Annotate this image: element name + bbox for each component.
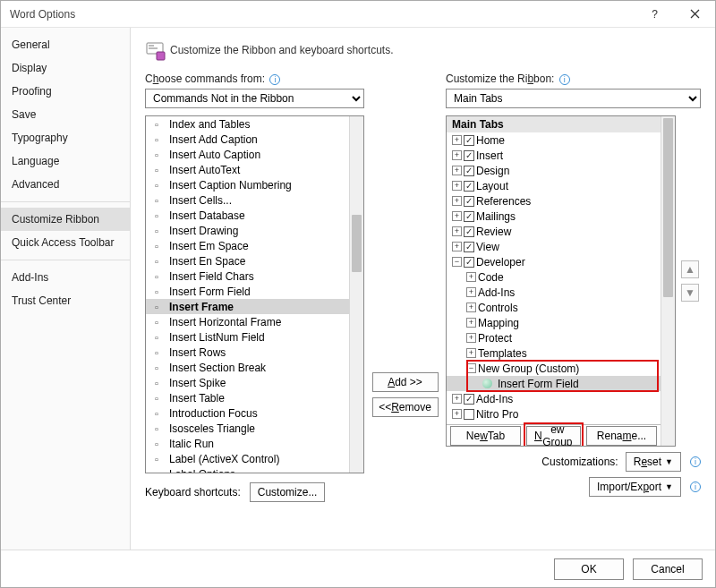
command-item[interactable]: ▫Insert ListNum Field	[146, 329, 349, 345]
info-icon[interactable]: i	[559, 74, 570, 85]
page-header: Customize the Ribbon and keyboard shortc…	[145, 40, 701, 60]
command-item[interactable]: ▫Label Options...	[146, 466, 349, 473]
tree-custom-item[interactable]: Insert Form Field	[447, 376, 661, 391]
info-icon[interactable]: i	[690, 456, 701, 467]
command-icon: ▫	[149, 270, 164, 283]
sidebar-item-add-ins[interactable]: Add-Ins	[1, 266, 130, 289]
command-icon: ▫	[149, 133, 164, 146]
tree-tab[interactable]: +✓Review	[447, 224, 661, 239]
content-pane: Customize the Ribbon and keyboard shortc…	[131, 28, 715, 550]
command-item[interactable]: ▫Italic Run	[146, 436, 349, 451]
command-icon: ▫	[149, 362, 164, 374]
sidebar-item-typography[interactable]: Typography	[1, 126, 130, 149]
sidebar-item-customize-ribbon[interactable]: Customize Ribbon	[1, 208, 130, 231]
tree-group[interactable]: +Mapping	[447, 315, 661, 330]
command-item[interactable]: ▫Insert AutoText	[146, 162, 349, 177]
tree-tab[interactable]: +Nitro Pro	[447, 406, 661, 422]
command-icon: ▫	[149, 149, 164, 161]
tree-group[interactable]: +Controls	[447, 300, 661, 315]
command-item[interactable]: ▫Index and Tables	[146, 116, 349, 132]
command-item[interactable]: ▫Introduction Focus	[146, 405, 349, 421]
sidebar-item-quick-access-toolbar[interactable]: Quick Access Toolbar	[1, 231, 130, 254]
window-title: Word Options	[10, 8, 635, 21]
info-icon[interactable]: i	[269, 74, 280, 85]
sidebar-item-proofing[interactable]: Proofing	[1, 80, 130, 103]
command-item[interactable]: ▫Insert Add Caption	[146, 132, 349, 147]
tree-group[interactable]: +Add-Ins	[447, 285, 661, 300]
sidebar-item-trust-center[interactable]: Trust Center	[1, 289, 130, 312]
close-button[interactable]	[675, 1, 715, 28]
import-export-button[interactable]: Import/Export▼	[589, 477, 681, 497]
command-icon: ▫	[149, 301, 164, 313]
sidebar-item-language[interactable]: Language	[1, 149, 130, 173]
command-icon: ▫	[149, 118, 164, 131]
svg-rect-3	[157, 52, 165, 60]
scrollbar[interactable]	[349, 116, 363, 473]
ok-button[interactable]: OK	[554, 558, 624, 580]
tree-tab[interactable]: +✓Add-Ins	[447, 391, 661, 406]
customize-ribbon-combo[interactable]: Main Tabs	[446, 89, 701, 108]
command-item[interactable]: ▫Insert Frame	[146, 299, 349, 314]
dialog-body: GeneralDisplayProofingSaveTypographyLang…	[1, 28, 715, 550]
commands-listbox[interactable]: ▫Index and Tables▫Insert Add Caption▫Ins…	[145, 115, 364, 473]
tree-tab[interactable]: +✓Insert	[447, 148, 661, 163]
info-icon[interactable]: i	[690, 481, 701, 492]
command-item[interactable]: ▫Insert Spike	[146, 375, 349, 390]
page-title: Customize the Ribbon and keyboard shortc…	[170, 44, 393, 56]
customizations-row: Customizations: Reset▼ i	[541, 452, 701, 472]
command-icon: ▫	[149, 407, 164, 420]
tree-tab[interactable]: +✓Design	[447, 163, 661, 178]
sidebar-item-display[interactable]: Display	[1, 56, 130, 80]
command-item[interactable]: ▫Insert Horizontal Frame	[146, 314, 349, 329]
command-icon: ▫	[149, 392, 164, 405]
command-item[interactable]: ▫Insert Drawing	[146, 223, 349, 238]
move-down-button[interactable]: ▼	[681, 284, 699, 302]
tree-group[interactable]: +Templates	[447, 345, 661, 361]
rename-button[interactable]: Rename...	[586, 426, 657, 446]
tree-tab-developer[interactable]: −✓Developer	[447, 254, 661, 269]
ribbon-tree[interactable]: Main Tabs +✓Home+✓Insert+✓Design+✓Layout…	[446, 115, 676, 447]
move-up-button[interactable]: ▲	[681, 260, 699, 278]
sidebar-item-general[interactable]: General	[1, 33, 130, 56]
command-item[interactable]: ▫Insert Caption Numbering	[146, 177, 349, 192]
command-item[interactable]: ▫Insert Cells...	[146, 192, 349, 208]
tree-tab[interactable]: +✓Layout	[447, 178, 661, 193]
command-item[interactable]: ▫Insert Em Space	[146, 238, 349, 253]
reorder-buttons: ▲ ▼	[679, 260, 701, 302]
command-icon: ▫	[149, 285, 164, 298]
remove-button[interactable]: << Remove	[372, 397, 439, 417]
new-group-button[interactable]: New Group	[526, 426, 581, 446]
choose-commands-combo[interactable]: Commands Not in the Ribbon	[145, 89, 364, 108]
command-item[interactable]: ▫Insert Table	[146, 390, 349, 405]
add-button[interactable]: Add >>	[372, 372, 439, 392]
tree-group[interactable]: +Code	[447, 269, 661, 285]
command-item[interactable]: ▫Isosceles Triangle	[146, 421, 349, 436]
command-item[interactable]: ▫Insert Rows	[146, 345, 349, 360]
command-item[interactable]: ▫Insert En Space	[146, 253, 349, 268]
command-item[interactable]: ▫Insert Auto Caption	[146, 147, 349, 162]
cancel-button[interactable]: Cancel	[633, 558, 703, 580]
tree-tab[interactable]: +✓Mailings	[447, 209, 661, 224]
customize-shortcuts-button[interactable]: Customize...	[250, 482, 326, 502]
command-item[interactable]: ▫Insert Field Chars	[146, 268, 349, 284]
command-item[interactable]: ▫Insert Form Field	[146, 284, 349, 299]
tree-tab[interactable]: +✓View	[447, 239, 661, 254]
tree-group[interactable]: +Protect	[447, 330, 661, 345]
tree-tab[interactable]: +✓References	[447, 193, 661, 209]
import-export-row: Import/Export▼ i	[589, 477, 701, 497]
tree-custom-group[interactable]: −New Group (Custom)	[447, 361, 661, 376]
help-button[interactable]: ?	[635, 1, 675, 28]
scrollbar[interactable]	[661, 116, 675, 446]
reset-button[interactable]: Reset▼	[626, 452, 681, 472]
sidebar-item-advanced[interactable]: Advanced	[1, 173, 130, 196]
command-item[interactable]: ▫Label (ActiveX Control)	[146, 451, 349, 466]
command-item[interactable]: ▫Insert Database	[146, 208, 349, 223]
command-item[interactable]: ▫Insert Section Break	[146, 360, 349, 375]
customize-ribbon-label: Customize the Ribbon: i	[446, 72, 701, 85]
sidebar-item-save[interactable]: Save	[1, 103, 130, 126]
command-icon: ▫	[149, 346, 164, 359]
new-tab-button[interactable]: New Tab	[450, 426, 521, 446]
transfer-buttons: Add >> << Remove	[371, 72, 439, 550]
customize-ribbon-icon	[145, 40, 163, 60]
tree-tab[interactable]: +✓Home	[447, 132, 661, 148]
